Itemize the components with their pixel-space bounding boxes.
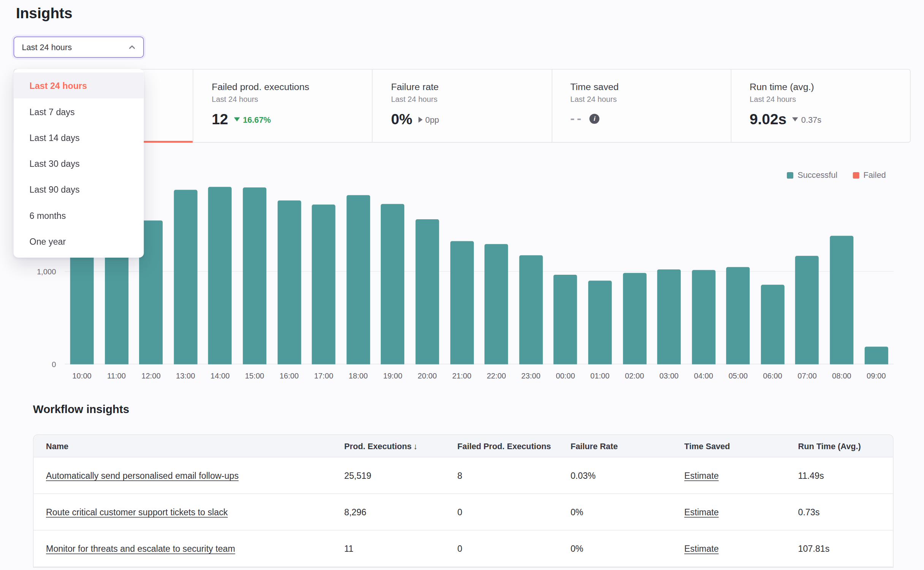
dropdown-item-last-90-days[interactable]: Last 90 days (14, 176, 144, 202)
dropdown-item-last-14-days[interactable]: Last 14 days (14, 124, 144, 150)
bar-02:00 (623, 273, 646, 364)
bar-01:00 (588, 280, 612, 364)
legend-swatch (787, 172, 793, 178)
stat-card-value: -- (570, 111, 584, 126)
cell-failure-rate: 0% (558, 543, 672, 553)
bar-21:00 (450, 241, 473, 364)
stat-card-failure-rate[interactable]: Failure rate Last 24 hours 0% 0pp (372, 70, 552, 142)
x-tick-label: 11:00 (105, 371, 128, 380)
cell-failed-prod-executions: 8 (445, 470, 558, 480)
dropdown-item-last-30-days[interactable]: Last 30 days (14, 150, 144, 176)
x-tick-label: 17:00 (312, 371, 335, 380)
chart-plot-area: 01,000 (65, 160, 894, 364)
bar-13:00 (174, 190, 197, 364)
bar-09:00 (864, 347, 888, 364)
dropdown-item-one-year[interactable]: One year (14, 228, 144, 254)
x-tick-label: 14:00 (208, 371, 232, 380)
x-tick-label: 21:00 (450, 371, 473, 380)
dropdown-item-6-months[interactable]: 6 months (14, 202, 144, 228)
estimate-link[interactable]: Estimate (684, 507, 719, 517)
bar-04:00 (692, 270, 715, 364)
stat-card-title: Failure rate (391, 82, 551, 93)
col-header-name[interactable]: Name (33, 441, 332, 451)
stat-card-subtitle: Last 24 hours (570, 95, 731, 104)
estimate-link[interactable]: Estimate (684, 470, 719, 480)
cell-run-time: 11.49s (786, 470, 893, 480)
col-header-time-saved[interactable]: Time Saved (672, 441, 785, 451)
cell-prod-executions: 25,519 (332, 470, 445, 480)
x-tick-label: 20:00 (416, 371, 439, 380)
col-header-prod-executions[interactable]: Prod. Executions↓ (332, 441, 445, 451)
workflow-table: Name Prod. Executions↓ Failed Prod. Exec… (33, 434, 894, 568)
triangle-down-icon (234, 117, 240, 122)
x-tick-label: 01:00 (588, 371, 612, 380)
table-row: Route critical customer support tickets … (33, 494, 893, 530)
workflow-insights-title: Workflow insights (33, 403, 129, 416)
estimate-link[interactable]: Estimate (684, 543, 719, 553)
legend-item-failed: Failed (853, 170, 886, 180)
x-tick-label: 06:00 (761, 371, 785, 380)
x-tick-label: 15:00 (243, 371, 266, 380)
insights-page: Insights Failed prod. executions Last 24… (0, 0, 924, 570)
dropdown-item-last-7-days[interactable]: Last 7 days (14, 98, 144, 124)
col-header-failed-prod-executions[interactable]: Failed Prod. Executions (445, 441, 558, 451)
x-tick-label: 19:00 (381, 371, 405, 380)
cell-prod-executions: 8,296 (332, 507, 445, 517)
bar-22:00 (484, 244, 508, 364)
stat-card-subtitle: Last 24 hours (750, 95, 910, 104)
x-tick-label: 16:00 (277, 371, 301, 380)
legend-swatch (853, 172, 859, 178)
stat-card-failed-prod-executions[interactable]: Failed prod. executions Last 24 hours 12… (193, 70, 372, 142)
stat-card-time-saved[interactable]: Time saved Last 24 hours -- i (551, 70, 731, 142)
x-tick-label: 09:00 (864, 371, 888, 380)
col-header-run-time[interactable]: Run Time (Avg.) (786, 441, 893, 451)
stat-card-title: Failed prod. executions (212, 82, 372, 93)
stat-card-value: 0% (391, 111, 412, 128)
bar-00:00 (554, 275, 577, 364)
cell-run-time: 107.81s (786, 543, 893, 553)
x-tick-label: 02:00 (623, 371, 646, 380)
stat-card-delta: 0pp (418, 115, 439, 124)
stat-card-title: Time saved (570, 82, 731, 93)
x-tick-label: 22:00 (484, 371, 508, 380)
x-tick-label: 05:00 (726, 371, 750, 380)
workflow-link[interactable]: Route critical customer support tickets … (46, 507, 228, 517)
triangle-down-icon (793, 117, 799, 122)
chevron-up-icon (127, 43, 137, 52)
col-header-failure-rate[interactable]: Failure Rate (558, 441, 672, 451)
x-tick-label: 23:00 (519, 371, 543, 380)
time-range-select-value: Last 24 hours (22, 43, 72, 52)
time-range-select[interactable]: Last 24 hours (14, 36, 144, 58)
chart-legend: SuccessfulFailed (787, 170, 886, 180)
dropdown-item-last-24-hours[interactable]: Last 24 hours (14, 73, 144, 98)
x-tick-label: 07:00 (795, 371, 819, 380)
stat-card-subtitle: Last 24 hours (212, 95, 372, 104)
stat-card-run-time[interactable]: Run time (avg.) Last 24 hours 9.02s 0.37… (731, 70, 910, 142)
table-header: Name Prod. Executions↓ Failed Prod. Exec… (33, 435, 893, 458)
time-range-dropdown: Last 24 hours Last 7 days Last 14 days L… (14, 69, 144, 258)
x-tick-label: 00:00 (554, 371, 577, 380)
stat-card-subtitle: Last 24 hours (391, 95, 551, 104)
cell-run-time: 0.73s (786, 507, 893, 517)
bar-20:00 (416, 219, 439, 364)
x-tick-label: 13:00 (174, 371, 197, 380)
bar-06:00 (761, 285, 785, 364)
workflow-link[interactable]: Monitor for threats and escalate to secu… (46, 543, 235, 553)
cell-failure-rate: 0% (558, 507, 672, 517)
sort-desc-icon: ↓ (413, 441, 418, 451)
x-tick-label: 08:00 (830, 371, 853, 380)
info-icon[interactable]: i (590, 114, 600, 124)
stat-card-delta: 0.37s (793, 115, 821, 124)
bar-19:00 (381, 204, 405, 364)
y-tick-label: 0 (52, 360, 56, 369)
cell-failure-rate: 0.03% (558, 470, 672, 480)
workflow-link[interactable]: Automatically send personalised email fo… (46, 470, 239, 480)
x-tick-label: 03:00 (657, 371, 681, 380)
cell-prod-executions: 11 (332, 543, 445, 553)
x-tick-label: 12:00 (139, 371, 163, 380)
stat-card-delta: 16.67% (234, 115, 271, 124)
chart-bars (65, 160, 894, 364)
summary-cards-row: Failed prod. executions Last 24 hours 12… (14, 69, 911, 143)
triangle-right-icon (418, 116, 422, 122)
stat-card-value: 9.02s (750, 111, 786, 128)
